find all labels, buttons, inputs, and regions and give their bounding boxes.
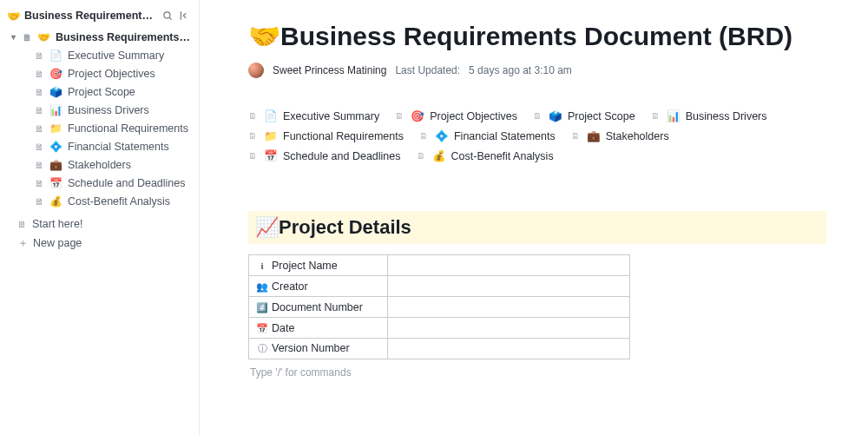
doc-icon: 🗎: [417, 151, 425, 161]
author-avatar[interactable]: [248, 63, 264, 78]
sidebar-tree: ▾ 🗎 🤝 Business Requirements Document … 🗎…: [0, 28, 199, 254]
author-name[interactable]: Sweet Princess Matining: [273, 64, 386, 76]
sidebar-item[interactable]: 🗎📄Executive Summary: [2, 46, 197, 64]
chip-label: Schedule and Deadlines: [283, 150, 401, 162]
row-icon: i: [256, 260, 268, 271]
sidebar-item-emoji: 📅: [49, 177, 62, 189]
table-row: #️⃣Document Number: [249, 297, 630, 318]
svg-point-0: [164, 12, 170, 18]
chip-emoji: 💰: [432, 149, 446, 162]
doc-meta: Sweet Princess Matining Last Updated: 5 …: [248, 63, 826, 78]
sidebar-item[interactable]: 🗎💠Financial Statements: [2, 137, 197, 155]
doc-icon: 🗎: [35, 50, 44, 61]
doc-icon: 🗎: [395, 111, 404, 121]
table-row: ⓘVersion Number: [249, 339, 630, 359]
doc-icon: 🗎: [651, 111, 660, 121]
sidebar-item[interactable]: 🗎📊Business Drivers: [2, 101, 197, 119]
sidebar-item[interactable]: 🗎💼Stakeholders: [2, 155, 197, 174]
chip-label: Cost-Benefit Analysis: [451, 150, 554, 162]
subpage-link[interactable]: 🗎📅Schedule and Deadlines: [248, 149, 401, 162]
chip-label: Project Objectives: [430, 110, 517, 122]
page-title: 🤝Business Requirements Document (BRD): [248, 21, 826, 52]
table-row-value[interactable]: [388, 255, 630, 276]
chip-label: Business Drivers: [686, 110, 767, 122]
table-row-value[interactable]: [388, 318, 630, 339]
sidebar-start-here[interactable]: 🗎 Start here!: [2, 214, 197, 233]
chip-label: Project Scope: [568, 110, 635, 122]
doc-icon: 🗎: [35, 196, 44, 207]
section-heading-project-details: 📈Project Details: [248, 211, 826, 244]
doc-icon: 🗎: [248, 131, 257, 141]
sidebar-item-label: Financial Statements: [68, 141, 190, 153]
sidebar-item-emoji: 💠: [49, 141, 62, 153]
meta-prefix: Last Updated:: [395, 64, 460, 76]
chip-emoji: 📅: [264, 149, 278, 162]
doc-icon: 🗎: [23, 32, 32, 43]
title-text: Business Requirements Document (BRD): [280, 22, 792, 50]
caret-down-icon[interactable]: ▾: [9, 32, 17, 42]
doc-icon: 🗎: [35, 87, 44, 97]
table-row-label: ⓘVersion Number: [249, 339, 388, 359]
subpage-link[interactable]: 🗎💰Cost-Benefit Analysis: [417, 149, 554, 162]
collapse-sidebar-icon[interactable]: [178, 9, 192, 23]
row-icon: 👥: [256, 281, 268, 293]
table-row: 👥Creator: [249, 276, 630, 297]
sidebar-item-label: Executive Summary: [68, 49, 190, 62]
chip-emoji: 📄: [264, 109, 278, 122]
sidebar-item-label: Project Objectives: [68, 68, 190, 80]
new-page-label: New page: [33, 237, 190, 249]
doc-icon: 🗎: [35, 178, 44, 188]
search-icon[interactable]: [161, 9, 174, 23]
subpage-link[interactable]: 🗎🎯Project Objectives: [395, 109, 517, 122]
command-hint[interactable]: Type '/' for commands: [248, 359, 826, 386]
title-emoji: 🤝: [248, 22, 280, 50]
table-row-value[interactable]: [388, 276, 630, 297]
handshake-icon: 🤝: [7, 10, 21, 23]
chip-emoji: 📁: [264, 129, 278, 142]
subpage-link[interactable]: 🗎💼Stakeholders: [571, 129, 669, 142]
meta-time: 5 days ago at 3:10 am: [469, 64, 572, 76]
table-row: iProject Name: [249, 255, 630, 276]
section-emoji: 📈: [255, 216, 279, 238]
table-row-label: 📅Date: [249, 318, 388, 339]
doc-icon: 🗎: [248, 111, 257, 121]
subpage-link[interactable]: 🗎📄Executive Summary: [248, 109, 379, 122]
sidebar-new-page[interactable]: ＋ New page: [2, 233, 197, 254]
sidebar-item-emoji: 🗳️: [49, 86, 62, 98]
chip-emoji: 📊: [667, 109, 681, 122]
chip-label: Executive Summary: [283, 110, 379, 122]
subpage-link[interactable]: 🗎📊Business Drivers: [651, 109, 767, 122]
root-label: Business Requirements Document …: [56, 31, 190, 43]
row-icon: #️⃣: [256, 302, 268, 313]
sidebar-root-item[interactable]: ▾ 🗎 🤝 Business Requirements Document …: [2, 28, 197, 46]
table-row-label: 👥Creator: [249, 276, 388, 297]
subpage-link[interactable]: 🗎💠Financial Statements: [419, 129, 556, 142]
table-row-value[interactable]: [388, 297, 630, 318]
sidebar-item-label: Project Scope: [68, 86, 190, 98]
subpage-link[interactable]: 🗎📁Functional Requirements: [248, 129, 404, 142]
sidebar-item-label: Cost-Benefit Analysis: [68, 195, 190, 208]
chip-emoji: 🎯: [411, 109, 424, 122]
doc-icon: 🗎: [17, 219, 27, 229]
table-row-label: #️⃣Document Number: [249, 297, 388, 318]
sidebar-item[interactable]: 🗎📁Functional Requirements: [2, 119, 197, 137]
subpage-link[interactable]: 🗎🗳️Project Scope: [533, 109, 635, 122]
subpage-links: 🗎📄Executive Summary🗎🎯Project Objectives🗎…: [248, 109, 826, 162]
sidebar-item-emoji: 💼: [49, 159, 62, 171]
sidebar-item-emoji: 🎯: [49, 68, 62, 80]
sidebar-item[interactable]: 🗎💰Cost-Benefit Analysis: [2, 192, 197, 210]
sidebar-item-label: Functional Requirements: [68, 122, 190, 135]
sidebar-header-title: Business Requirements Docum…: [24, 10, 157, 22]
sidebar-item[interactable]: 🗎📅Schedule and Deadlines: [2, 174, 197, 192]
sidebar-item[interactable]: 🗎🗳️Project Scope: [2, 82, 197, 101]
doc-icon: 🗎: [419, 131, 428, 141]
table-row-value[interactable]: [388, 339, 630, 359]
doc-icon: 🗎: [248, 151, 257, 161]
document-main: 🤝Business Requirements Document (BRD) Sw…: [200, 0, 868, 435]
sidebar-item-label: Business Drivers: [68, 104, 190, 116]
sidebar-item[interactable]: 🗎🎯Project Objectives: [2, 64, 197, 82]
project-details-table: iProject Name👥Creator#️⃣Document Number📅…: [248, 254, 630, 359]
row-icon: ⓘ: [256, 342, 268, 355]
start-here-label: Start here!: [32, 218, 190, 230]
doc-icon: 🗎: [571, 131, 580, 141]
